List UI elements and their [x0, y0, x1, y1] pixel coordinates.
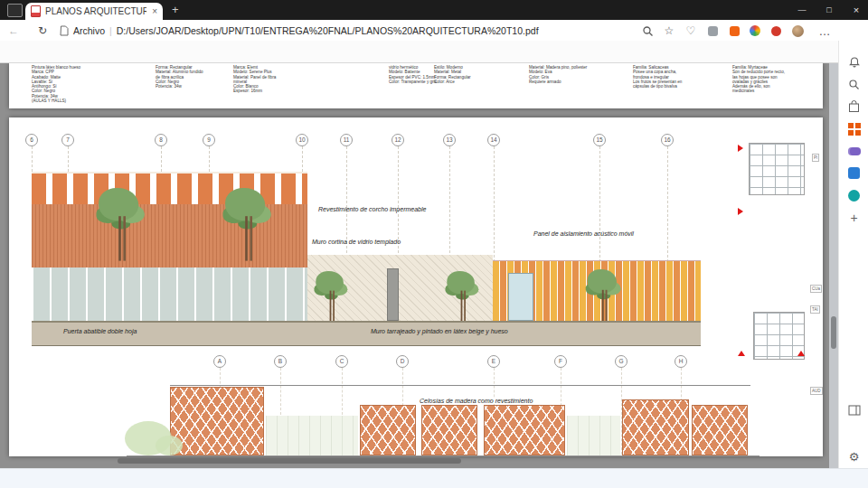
maximize-button[interactable]: □: [816, 0, 843, 20]
games-icon[interactable]: [846, 144, 862, 159]
lattice-panel: [170, 387, 264, 455]
new-tab-button[interactable]: +: [172, 4, 179, 16]
grid-axis: 14: [487, 134, 500, 146]
extension-orange-icon[interactable]: [727, 23, 741, 38]
extension-red-icon[interactable]: [769, 23, 783, 38]
grid-axis: C: [335, 355, 348, 368]
shrub: [156, 436, 183, 455]
extension-colorful-icon[interactable]: [748, 23, 762, 38]
ground-line: [127, 455, 760, 456]
clipped-label: AUD: [810, 387, 823, 395]
lattice-panel: [622, 399, 689, 455]
grid-axis: H: [675, 355, 687, 368]
grid-axis: B: [274, 355, 287, 368]
tree: [217, 188, 276, 261]
tree: [581, 269, 625, 323]
grid-axis: 7: [61, 134, 74, 146]
taskbar: Buscar T A P O 21°C Parc. soleado ▴: [0, 468, 868, 488]
grid-axis: 9: [203, 134, 215, 146]
key-plan-thumbnail: [749, 143, 805, 195]
vertical-scrollbar[interactable]: [829, 63, 838, 468]
grid-axis: 16: [661, 134, 674, 146]
grid-axis: G: [615, 355, 627, 368]
lattice-panel: [484, 405, 565, 455]
tree: [310, 271, 351, 322]
grid-axis: 15: [593, 134, 606, 146]
url-field[interactable]: Archivo | D:/Users/JOAR/Desktop/UPN/T10/…: [60, 23, 539, 38]
lattice-panel: [421, 405, 477, 455]
close-button[interactable]: ×: [843, 0, 868, 20]
grid-axis: 13: [443, 134, 456, 146]
spec-column: vidrio hermético Modelo: Batiente Espeso…: [389, 65, 437, 84]
pdf-favicon-icon: [31, 5, 41, 17]
pdf-page-15: 6 7 8 9 10 11 12 13 14 15 16: [9, 117, 823, 456]
pdf-page-14: Pintura látex blanco hueso Marca: CPP Ac…: [9, 63, 823, 108]
zoom-search-icon[interactable]: [640, 23, 655, 38]
extensions-puzzle-icon[interactable]: [705, 23, 720, 38]
clipped-label: Pl: [812, 154, 819, 162]
roof-line: [170, 385, 750, 386]
glazing-gap: [567, 416, 620, 455]
annotation-curtain-wall: Muro cortina de vidrio templado: [312, 239, 401, 245]
glazing-gap: [266, 416, 358, 455]
title-bar: PLANOS ARQUITECTURA T10.pd × + — □ ×: [0, 0, 868, 20]
grid-axis: E: [487, 355, 500, 368]
annotation-plaster-wall: Muro tarrajeado y pintado en látex beige…: [371, 328, 508, 334]
lattice-panel: [360, 405, 416, 455]
refresh-icon[interactable]: ↻: [34, 23, 51, 38]
annotation-lattice: Celosías de madera como revestimiento: [418, 398, 534, 404]
lattice-panel: [692, 405, 748, 455]
wall-column: [387, 268, 399, 321]
tab-close-icon[interactable]: ×: [152, 6, 157, 16]
tree: [441, 271, 482, 322]
browser-essentials-icon[interactable]: ♡: [684, 23, 698, 38]
notifications-bell-icon[interactable]: [846, 54, 862, 70]
pdf-viewer: Pintura látex blanco hueso Marca: CPP Ac…: [0, 63, 829, 468]
section-marker-icon: [797, 351, 805, 356]
spec-column: Marca: Elemt Modelo: Serene Plus Materia…: [233, 65, 276, 94]
spec-column: Forma: Rectangular Material: Aluminio fu…: [156, 65, 203, 89]
spec-column: Material: Madera pino, poliester Modelo:…: [529, 65, 587, 84]
grid-axis: 11: [340, 134, 353, 146]
address-bar: ← ↻ Archivo | D:/Users/JOAR/Desktop/UPN/…: [0, 20, 868, 42]
grid-axis: 6: [25, 134, 38, 146]
scrollbar-thumb[interactable]: [831, 316, 836, 349]
sidebar-panel-icon[interactable]: [846, 402, 862, 418]
m365-apps-icon[interactable]: [846, 121, 862, 136]
spec-column: Familia: Salicaceas Posee una copa ancha…: [633, 65, 682, 89]
sidebar-settings-gear-icon[interactable]: ⚙: [846, 449, 862, 465]
grid-axis: F: [554, 355, 567, 368]
minimize-button[interactable]: —: [788, 0, 816, 20]
outlook-sidebar-icon[interactable]: [846, 165, 862, 181]
grid-axis: 10: [296, 134, 308, 146]
file-label: Archivo: [73, 25, 105, 36]
tab-actions-icon[interactable]: [7, 4, 23, 17]
back-icon[interactable]: ←: [5, 23, 22, 38]
grid-axis: 8: [155, 134, 167, 146]
section-marker-icon: [738, 351, 745, 356]
add-sidebar-item-button[interactable]: +: [846, 210, 862, 225]
annotation-door: Puerta abatible doble hoja: [63, 328, 137, 334]
browser-tab[interactable]: PLANOS ARQUITECTURA T10.pd ×: [25, 3, 163, 20]
glass-door: [508, 273, 533, 321]
file-icon: [60, 25, 69, 36]
designer-sidebar-icon[interactable]: [846, 188, 862, 203]
facade-glazing-band: [32, 267, 307, 321]
tab-title: PLANOS ARQUITECTURA T10.pd: [45, 6, 146, 16]
spec-column: Familia: Myrtaceae Son de reducido porte…: [732, 65, 785, 94]
tree: [90, 188, 149, 261]
horizontal-scrollbar[interactable]: [118, 458, 461, 464]
sidebar-search-icon[interactable]: [846, 77, 862, 92]
section-marker-icon: [738, 208, 743, 215]
grid-axis: 12: [392, 134, 404, 146]
annotation-acoustic-panel: Panel de aislamiento acústico móvil: [533, 230, 634, 237]
clipped-label: CUa: [810, 285, 822, 293]
annotation-cork: Revestimiento de corcho impermeable: [318, 206, 426, 212]
shopping-bag-icon[interactable]: [846, 99, 862, 114]
menu-ellipsis-icon[interactable]: …: [817, 23, 832, 38]
grid-axis: D: [396, 355, 409, 368]
browser-window: PLANOS ARQUITECTURA T10.pd × + — □ × ← ↻…: [0, 0, 868, 488]
favorites-star-icon[interactable]: ☆: [662, 23, 676, 38]
url-separator: |: [109, 25, 112, 36]
profile-avatar[interactable]: [790, 23, 805, 38]
